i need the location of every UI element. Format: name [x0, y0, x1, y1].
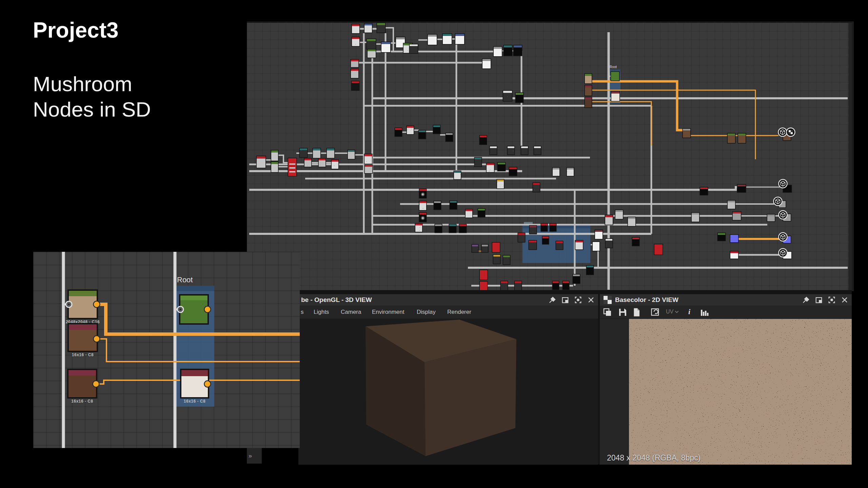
- graph-node[interactable]: [352, 37, 360, 47]
- graph-node[interactable]: [503, 90, 513, 102]
- graph-node[interactable]: [367, 49, 376, 58]
- graph-node[interactable]: [738, 133, 746, 144]
- graph-node[interactable]: [683, 128, 691, 138]
- graph-node[interactable]: [632, 237, 640, 246]
- graph-node[interactable]: [529, 225, 537, 235]
- graph-node[interactable]: [533, 183, 540, 192]
- graph-node[interactable]: [348, 150, 355, 160]
- graph-node[interactable]: [573, 274, 580, 284]
- graph-node[interactable]: [455, 34, 465, 45]
- graph-node[interactable]: [364, 165, 373, 174]
- viewport-3d[interactable]: [298, 319, 598, 465]
- graph-node[interactable]: [493, 255, 501, 264]
- graph-node[interactable]: [313, 148, 321, 159]
- main-node-graph-canvas[interactable]: Root: [247, 23, 852, 291]
- menu-item-camera[interactable]: Camera: [341, 309, 361, 316]
- graph-node[interactable]: [585, 97, 592, 108]
- graph-node[interactable]: [552, 167, 560, 177]
- graph-node[interactable]: [542, 236, 549, 245]
- output-badge-cube[interactable]: [774, 197, 782, 206]
- graph-node[interactable]: [513, 45, 522, 56]
- graph-node[interactable]: [605, 215, 613, 225]
- graph-node[interactable]: [550, 223, 557, 232]
- graph-node[interactable]: [727, 133, 736, 144]
- graph-node[interactable]: [352, 24, 360, 34]
- graph-node[interactable]: [509, 167, 517, 176]
- graph-node[interactable]: [507, 146, 515, 155]
- pin-icon[interactable]: [549, 296, 556, 304]
- graph-node[interactable]: [351, 59, 359, 68]
- output-badge-cube[interactable]: [779, 211, 787, 219]
- graph-node[interactable]: 16x16 - C8: [67, 369, 99, 404]
- graph-node[interactable]: [419, 189, 427, 199]
- graph-node[interactable]: [479, 135, 487, 145]
- graph-node[interactable]: [514, 281, 522, 291]
- menu-item-scene[interactable]: s: [301, 309, 304, 316]
- duplicate-icon[interactable]: [603, 308, 612, 317]
- output-dot[interactable]: [94, 301, 100, 308]
- float-window-icon[interactable]: [561, 296, 569, 304]
- graph-node[interactable]: [454, 171, 461, 180]
- graph-node[interactable]: 16x16 - C8: [180, 369, 211, 404]
- graph-node[interactable]: [515, 93, 524, 103]
- graph-node[interactable]: [585, 85, 592, 96]
- graph-node[interactable]: [563, 281, 570, 290]
- graph-node[interactable]: [395, 128, 402, 137]
- graph-node[interactable]: [521, 146, 529, 155]
- graph-node[interactable]: [486, 163, 495, 173]
- graph-node[interactable]: [304, 158, 312, 167]
- graph-node[interactable]: [585, 74, 592, 84]
- graph-node[interactable]: [541, 223, 548, 232]
- copy-icon[interactable]: [632, 308, 642, 317]
- graph-node[interactable]: [449, 224, 457, 233]
- graph-node[interactable]: [435, 224, 442, 233]
- graph-node[interactable]: [737, 184, 746, 193]
- close-icon[interactable]: [587, 296, 595, 304]
- graph-node[interactable]: [717, 233, 726, 241]
- output-badge-cube[interactable]: [779, 233, 787, 241]
- graph-node[interactable]: [605, 239, 613, 248]
- graph-node[interactable]: 16x16 - C8: [67, 323, 100, 357]
- graph-node[interactable]: [503, 255, 511, 265]
- graph-node[interactable]: [367, 39, 376, 50]
- graph-node[interactable]: [419, 201, 427, 211]
- output-badge-cube[interactable]: [778, 128, 787, 137]
- graph-node[interactable]: [493, 46, 502, 57]
- output-dot[interactable]: [94, 336, 100, 342]
- menu-item-renderer[interactable]: Renderer: [447, 309, 471, 316]
- graph-node[interactable]: [654, 244, 663, 255]
- graph-node[interactable]: [351, 81, 360, 91]
- panel-divider[interactable]: [598, 290, 600, 464]
- graph-node[interactable]: [415, 223, 423, 232]
- graph-node[interactable]: [611, 72, 620, 81]
- graph-node[interactable]: [730, 235, 739, 243]
- viewport-2d[interactable]: 2048 x 2048 (RGBA, 8bpc): [599, 319, 852, 465]
- graph-node[interactable]: [556, 241, 564, 250]
- graph-node[interactable]: [586, 265, 594, 275]
- graph-node[interactable]: [407, 126, 414, 135]
- graph-node[interactable]: [700, 187, 708, 196]
- graph-node[interactable]: [490, 146, 497, 155]
- graph-node[interactable]: [482, 59, 491, 69]
- uv-dropdown[interactable]: UV: [666, 309, 679, 315]
- float-window-icon[interactable]: [815, 296, 823, 304]
- graph-node[interactable]: [478, 208, 486, 218]
- graph-node[interactable]: [419, 212, 427, 222]
- graph-node[interactable]: [611, 91, 620, 102]
- graph-node[interactable]: [575, 240, 584, 250]
- root-zoom-graph[interactable]: Root2048x2048 - C1616x16 - C816x16 - C81…: [33, 252, 300, 448]
- graph-node[interactable]: [628, 217, 636, 227]
- graph-node[interactable]: [459, 224, 467, 233]
- graph-node[interactable]: [474, 157, 482, 167]
- graph-node[interactable]: [377, 23, 386, 33]
- graph-scrollbar[interactable]: [848, 23, 852, 291]
- output-badge-cube[interactable]: [779, 249, 787, 257]
- graph-node[interactable]: [299, 148, 308, 158]
- menu-item-display[interactable]: Display: [417, 309, 436, 316]
- output-badge-check[interactable]: [787, 128, 795, 137]
- graph-node[interactable]: [479, 281, 488, 291]
- main-node-graph[interactable]: Root: [247, 21, 854, 291]
- graph-node[interactable]: [271, 162, 279, 173]
- graph-node[interactable]: [256, 156, 266, 168]
- graph-node[interactable]: [442, 34, 452, 45]
